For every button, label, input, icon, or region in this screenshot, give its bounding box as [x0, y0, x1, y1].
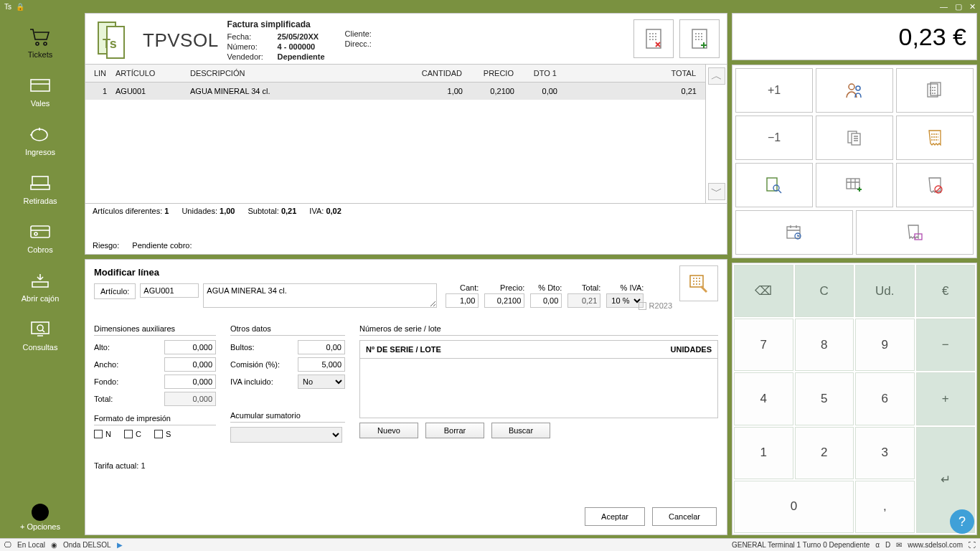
col-total[interactable]: TOTAL	[562, 65, 705, 82]
ivainc-select[interactable]: No	[298, 375, 345, 389]
nuevo-button[interactable]: Nuevo	[359, 423, 418, 438]
sidebar-item-label: Tickets	[28, 50, 52, 59]
sidebar-item-ingresos[interactable]: Ingresos	[0, 118, 80, 165]
key-4[interactable]: 4	[734, 372, 793, 425]
key-euro[interactable]: €	[916, 265, 976, 317]
status-url[interactable]: www.sdelsol.com	[908, 541, 963, 549]
col-articulo[interactable]: ARTÍCULO	[111, 65, 186, 82]
keypad-tool-button[interactable]	[679, 265, 718, 301]
buscar-button[interactable]: Buscar	[491, 423, 550, 438]
fmt-n-checkbox[interactable]: N	[94, 430, 111, 438]
edit-line-panel: Modificar línea Artículo: Cant: Precio: …	[85, 259, 727, 535]
key-9[interactable]: 9	[855, 319, 915, 371]
search-doc-button[interactable]	[735, 163, 813, 207]
sidebar-item-cobros[interactable]: Cobros	[0, 215, 80, 263]
scroll-up-button[interactable]: ︿	[708, 67, 725, 85]
articulo-desc-input[interactable]	[203, 283, 437, 308]
fmt-c-checkbox[interactable]: C	[124, 430, 141, 438]
col-lin[interactable]: LIN	[85, 65, 111, 82]
acumular-select[interactable]	[230, 427, 342, 443]
titlebar: Ts 🔒 — ▢ ✕	[0, 0, 980, 13]
sidebar-item-vales[interactable]: Vales	[0, 69, 80, 116]
key-6[interactable]: 6	[855, 372, 915, 425]
precio-input[interactable]	[484, 293, 524, 308]
tickets-list-button[interactable]	[896, 68, 974, 113]
sidebar-item-retiradas[interactable]: Retiradas	[0, 166, 80, 214]
sidebar-item-label: Vales	[31, 99, 50, 108]
accept-button[interactable]: Aceptar	[585, 507, 645, 526]
sidebar-item-consultas[interactable]: Consultas	[0, 313, 80, 360]
table-row[interactable]: 1 AGU001 AGUA MINERAL 34 cl. 1,00 0,2100…	[85, 83, 705, 100]
grid-scrollbar[interactable]: ︿ ﹀	[705, 65, 727, 203]
dim-total-readonly	[164, 392, 216, 406]
svg-point-1	[44, 42, 47, 45]
col-descripcion[interactable]: DESCRIPCIÓN	[186, 65, 410, 82]
ancho-input[interactable]	[164, 357, 216, 372]
calendar-button[interactable]	[735, 210, 853, 255]
col-dto[interactable]: DTO 1	[519, 65, 562, 82]
dto-input[interactable]	[530, 293, 562, 308]
key-comma[interactable]: ,	[855, 481, 915, 533]
key-8[interactable]: 8	[795, 319, 854, 371]
fmt-s-checkbox[interactable]: S	[154, 430, 171, 438]
comision-input[interactable]	[298, 357, 345, 372]
add-table-button[interactable]	[816, 163, 893, 207]
svg-rect-5	[31, 185, 50, 189]
help-button[interactable]: ?	[950, 509, 974, 534]
svg-rect-6	[31, 226, 50, 237]
fondo-input[interactable]	[164, 375, 216, 389]
borrar-button[interactable]: Borrar	[425, 423, 484, 438]
serie-list[interactable]	[360, 359, 717, 418]
col-cantidad[interactable]: CANTIDAD	[410, 65, 467, 82]
total-display: 0,23 €	[732, 13, 977, 60]
key-clear[interactable]: C	[795, 265, 854, 317]
cancel-button[interactable]: Cancelar	[652, 507, 717, 526]
key-minus[interactable]: −	[916, 319, 976, 371]
status-d-icon[interactable]: D	[885, 541, 890, 549]
key-7[interactable]: 7	[734, 319, 793, 371]
key-2[interactable]: 2	[795, 427, 854, 479]
plus-one-button[interactable]: +1	[735, 68, 813, 113]
svg-point-3	[32, 129, 47, 141]
register-icon	[28, 172, 52, 194]
label-receipt-button[interactable]	[856, 210, 974, 255]
drawer-icon	[28, 270, 52, 291]
statusbar: 🖵 En Local ◉ Onda DELSOL ▶ GENERAL Termi…	[0, 538, 980, 551]
sidebar-item-abrir-cajon[interactable]: Abrir cajón	[0, 264, 80, 311]
new-ticket-button[interactable]	[679, 19, 720, 58]
delete-ticket-button[interactable]	[633, 19, 674, 58]
key-3[interactable]: 3	[855, 427, 915, 479]
r2023-checkbox[interactable]: R2023	[639, 301, 672, 310]
block-receipt-button[interactable]	[896, 163, 974, 207]
customer-button[interactable]	[816, 68, 893, 113]
key-0[interactable]: 0	[734, 481, 854, 533]
maximize-button[interactable]: ▢	[955, 2, 962, 11]
sidebar-more[interactable]: + Opciones	[0, 502, 80, 535]
status-expand-icon[interactable]: ⛶	[969, 541, 976, 549]
status-play-icon[interactable]: ▶	[117, 541, 123, 549]
sidebar-item-label: Retiradas	[23, 197, 57, 205]
close-button[interactable]: ✕	[969, 2, 976, 11]
key-plus[interactable]: +	[916, 372, 976, 425]
bultos-input[interactable]	[298, 340, 345, 354]
svg-point-10	[37, 325, 43, 331]
status-mail-icon[interactable]: ✉	[896, 541, 902, 549]
key-unit[interactable]: Ud.	[855, 265, 915, 317]
sidebar-item-tickets[interactable]: Tickets	[0, 20, 80, 67]
cant-input[interactable]	[446, 293, 479, 308]
key-1[interactable]: 1	[734, 427, 793, 479]
status-local: En Local	[17, 541, 45, 549]
scroll-down-button[interactable]: ﹀	[708, 183, 725, 200]
key-backspace[interactable]: ⌫	[734, 265, 793, 317]
minimize-button[interactable]: —	[940, 2, 948, 11]
col-precio[interactable]: PRECIO	[467, 65, 519, 82]
status-alpha-icon[interactable]: α	[875, 541, 880, 549]
key-5[interactable]: 5	[795, 372, 854, 425]
alto-input[interactable]	[164, 340, 216, 354]
articulo-code-input[interactable]	[140, 283, 199, 298]
copy-button[interactable]	[816, 116, 893, 160]
serie-section: Números de serie / lote Nº DE SERIE / LO…	[359, 322, 718, 443]
receipt-button[interactable]	[896, 116, 974, 160]
voucher-icon	[28, 75, 52, 96]
minus-one-button[interactable]: −1	[735, 116, 813, 160]
